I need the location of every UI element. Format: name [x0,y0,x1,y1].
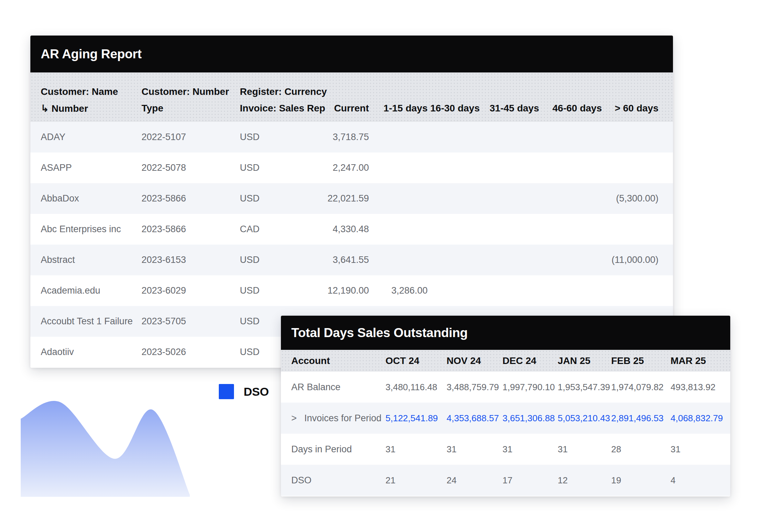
col-16-30-days-label: 16-30 days [428,103,480,115]
currency-cell: USD [240,162,319,173]
value-jan: 12 [558,475,611,486]
col-46-60-days-label: 46-60 days [539,103,602,115]
expand-chevron-icon[interactable]: > [291,413,297,424]
value-jan: 1,953,547.39 [558,382,611,393]
current-amount-cell: 3,641.55 [319,255,369,265]
account-label: DSO [291,475,385,486]
current-amount-cell: 4,330.48 [319,224,369,235]
dso-area-chart-svg [21,397,190,497]
dso-table-body: AR Balance 3,480,116.48 3,488,759.79 1,9… [281,372,730,496]
value-jan: 31 [558,444,611,455]
currency-cell: USD [240,132,319,142]
ar-aging-titlebar: AR Aging Report [30,36,673,72]
account-label: Days in Period [291,444,385,455]
table-row[interactable]: Academia.edu 2023-6029 USD 12,190.00 3,2… [30,275,673,306]
customer-name-cell: Accoubt Test 1 Failure [41,316,141,327]
table-row[interactable]: ADAY 2022-5107 USD 3,718.75 [30,122,673,152]
value-nov: 4,353,688.57 [447,413,502,424]
table-row[interactable]: ASAPP 2022-5078 USD 2,247.00 [30,152,673,183]
table-row-invoices[interactable]: > Invoices for Period 5,122,541.89 4,353… [281,403,730,434]
account-label-text: Invoices for Period [304,413,382,424]
dso-legend-label: DSO [244,385,269,398]
currency-cell: USD [240,193,319,204]
value-mar: 4,068,832.79 [671,413,720,424]
col-customer-number-line1: Customer: Number [141,86,240,98]
customer-name-cell: AbbaDox [41,193,141,204]
table-row[interactable]: Abstract 2023-6153 USD 3,641.55 (11,000.… [30,245,673,275]
value-nov: 3,488,759.79 [447,382,502,393]
col-register-currency: Register: Currency Invoice: Sales Rep [240,86,319,115]
customer-number-cell: 2023-5026 [141,347,240,357]
days-over-60-cell: (11,000.00) [602,255,658,265]
dashboard-canvas: AR Aging Report Customer: Name ↳ Number … [0,0,762,532]
current-amount-cell: 3,718.75 [319,132,369,142]
value-dec: 1,997,790.10 [502,382,558,393]
col-customer-number: Customer: Number Type [141,86,240,115]
value-oct: 31 [385,444,447,455]
value-dec: 3,651,306.88 [502,413,558,424]
col-customer-name-line1: Customer: Name [41,86,141,98]
col-nov-24: NOV 24 [447,355,502,366]
customer-number-cell: 2022-5107 [141,132,240,142]
customer-number-cell: 2023-5866 [141,224,240,235]
table-row[interactable]: AR Balance 3,480,116.48 3,488,759.79 1,9… [281,372,730,403]
table-row[interactable]: AbbaDox 2023-5866 USD 22,021.59 (5,300.0… [30,183,673,214]
current-amount-cell: 22,021.59 [319,193,369,204]
value-nov: 24 [447,475,502,486]
dso-titlebar: Total Days Sales Outstanding [281,316,730,350]
dso-area-chart [21,397,190,497]
col-mar-25: MAR 25 [671,355,720,366]
currency-cell: CAD [240,224,319,235]
customer-number-cell: 2023-6029 [141,285,240,296]
col-jan-25: JAN 25 [558,355,611,366]
value-feb: 2,891,496.53 [611,413,671,424]
value-feb: 19 [611,475,671,486]
value-dec: 17 [502,475,558,486]
col-feb-25: FEB 25 [611,355,671,366]
value-nov: 31 [447,444,502,455]
account-label: > Invoices for Period [291,413,385,424]
col-customer-name: Customer: Name ↳ Number [41,86,141,115]
value-oct: 5,122,541.89 [385,413,447,424]
col-31-45-days-label: 31-45 days [480,103,539,115]
value-oct: 21 [385,475,447,486]
col-16-30-days: 16-30 days [428,86,480,115]
customer-number-cell: 2023-6153 [141,255,240,265]
days-over-60-cell: (5,300.00) [602,193,658,204]
currency-cell: USD [240,285,319,296]
days-1-15-cell: 3,286.00 [369,285,428,296]
currency-cell: USD [240,255,319,265]
total-dso-card: Total Days Sales Outstanding Account OCT… [281,316,730,496]
col-31-45-days: 31-45 days [480,86,539,115]
customer-name-cell: ADAY [41,132,141,142]
col-register-currency-line2: Invoice: Sales Rep [240,103,319,115]
value-mar: 4 [671,475,720,486]
customer-number-cell: 2023-5866 [141,193,240,204]
col-1-15-days-label: 1-15 days [369,103,428,115]
col-dec-24: DEC 24 [502,355,558,366]
value-feb: 1,974,079.82 [611,382,671,393]
col-over-60-days: > 60 days [602,86,658,115]
table-row[interactable]: Days in Period 31 31 31 31 28 31 [281,434,730,465]
col-current-label: Current [319,103,369,115]
col-register-currency-line1: Register: Currency [240,86,319,98]
dso-column-header: Account OCT 24 NOV 24 DEC 24 JAN 25 FEB … [281,350,730,372]
customer-name-cell: Abstract [41,255,141,265]
col-customer-number-line2: Type [141,103,240,115]
col-account: Account [291,355,385,366]
value-mar: 493,813.92 [671,382,720,393]
value-mar: 31 [671,444,720,455]
table-row[interactable]: Abc Enterprises inc 2023-5866 CAD 4,330.… [30,214,673,245]
account-label: AR Balance [291,382,385,393]
customer-name-cell: Abc Enterprises inc [41,224,141,235]
table-row[interactable]: DSO 21 24 17 12 19 4 [281,465,730,496]
col-46-60-days: 46-60 days [539,86,602,115]
col-1-15-days: 1-15 days [369,86,428,115]
col-over-60-days-label: > 60 days [602,103,658,115]
customer-name-cell: ASAPP [41,162,141,173]
ar-aging-column-header: Customer: Name ↳ Number Customer: Number… [30,72,673,122]
chart-legend[interactable]: DSO [219,384,269,399]
value-oct: 3,480,116.48 [385,382,447,393]
col-current: Current [319,86,369,115]
customer-number-cell: 2023-5705 [141,316,240,327]
